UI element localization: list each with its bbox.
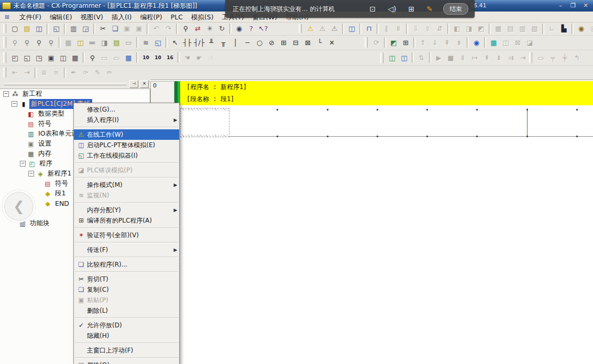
panel-drag-handle[interactable] xyxy=(4,83,126,85)
pen-icon[interactable]: ✎ xyxy=(426,5,433,13)
simulator-run-mode-button[interactable]: ◫ xyxy=(386,52,398,63)
ladder-window-button[interactable]: ◱ xyxy=(152,37,164,48)
open-file-button[interactable]: ▤ xyxy=(21,23,33,35)
expander-minus-icon[interactable]: − xyxy=(20,161,26,167)
menu-item-insert-program[interactable]: 插入程序(I)▶ xyxy=(74,115,179,125)
toolbar-grip-handle[interactable] xyxy=(380,52,383,63)
binary-monitor-button[interactable]: 10 xyxy=(152,52,164,63)
menubar-item-plc[interactable]: PLC xyxy=(167,13,187,21)
panel-close-button[interactable]: ✕ xyxy=(140,80,149,88)
zoom-out-button[interactable]: ⚲ xyxy=(21,37,33,48)
new-window-button[interactable]: ◫ xyxy=(57,52,69,63)
menu-item-allow-docking[interactable]: ✓允许停放(D) xyxy=(74,320,179,330)
expander-minus-icon[interactable]: − xyxy=(28,171,34,177)
find-address-button[interactable]: ✳ xyxy=(204,23,216,35)
expander-minus-icon[interactable]: − xyxy=(12,101,17,107)
vertical-line-button[interactable]: │ xyxy=(229,37,241,48)
comment-box-button[interactable]: ▭ xyxy=(123,37,135,48)
zoom-100-button[interactable]: ⚲ xyxy=(45,37,57,48)
address-list-button[interactable]: ≔ xyxy=(86,37,98,48)
back-overlay-button[interactable]: ❮ xyxy=(3,190,35,223)
menu-item-work-online-simulator[interactable]: ◱工作在线模拟器(I) xyxy=(74,150,179,161)
toolbar-grip-handle[interactable] xyxy=(529,52,532,63)
inverted-instruction-button[interactable]: ⊟ xyxy=(290,37,302,48)
end-control-button[interactable]: 结束 xyxy=(443,3,468,15)
minimize-button[interactable]: – xyxy=(556,2,565,9)
hex-monitor-button[interactable]: 16 xyxy=(164,52,176,63)
menubar-item-f[interactable]: 文件(F) xyxy=(15,13,46,21)
menu-item-compare-program[interactable]: ❏比较程序(R)... xyxy=(74,259,179,270)
new-coil-button[interactable]: ○ xyxy=(254,37,266,48)
expander-minus-icon[interactable]: − xyxy=(3,91,9,97)
menu-item-modify[interactable]: 修改(G)... xyxy=(74,104,179,115)
menu-item-start-plc-pt-simulation[interactable]: ◫启动PLC-PT整体模拟(E) xyxy=(74,140,179,150)
overview-window-button[interactable]: ▦ xyxy=(123,52,135,63)
about-button[interactable]: ◉ xyxy=(233,23,245,35)
retrace-button[interactable]: ↻ xyxy=(216,23,228,35)
online-with-simulator-button[interactable]: ⚠ xyxy=(328,23,341,35)
menubar-item-s[interactable]: 模拟(S) xyxy=(187,13,218,21)
work-online-button[interactable]: ⚠ xyxy=(304,23,316,35)
fullscreen-icon[interactable]: ⊡ xyxy=(370,5,376,13)
new-contact-button[interactable]: ┤├ xyxy=(181,37,193,48)
speaker-icon[interactable]: ◁) xyxy=(388,5,396,13)
menu-item-transfer[interactable]: 传送(F)▶ xyxy=(74,245,179,255)
toolbar-grip-handle[interactable] xyxy=(3,52,6,63)
closed-coil-button[interactable]: ⊘ xyxy=(266,37,278,48)
menu-item-delete[interactable]: 删除(L) xyxy=(74,305,179,316)
compile-button[interactable]: ◩ xyxy=(388,37,400,48)
toolbar-grip-handle[interactable] xyxy=(365,37,368,48)
menu-item-hide[interactable]: 隐藏(H) xyxy=(74,330,179,341)
menu-item-cut[interactable]: ✂剪切(T) xyxy=(74,274,179,284)
change-plc-button[interactable]: ◱ xyxy=(50,23,62,35)
auto-online-button[interactable]: ⚠ xyxy=(316,23,328,35)
restore-button[interactable]: ❐ xyxy=(568,2,578,9)
cut-button[interactable]: ✂ xyxy=(97,23,109,35)
menubar-item-p[interactable]: 编程(P) xyxy=(136,13,166,21)
add-window-icon[interactable]: ⊞ xyxy=(409,5,415,13)
watch-sheet-button[interactable]: ▦ xyxy=(488,37,500,48)
mode-indicator-button[interactable]: ◉ xyxy=(470,37,482,48)
arrange-icons-button[interactable]: ▣ xyxy=(45,52,57,63)
or-contact-button[interactable]: ╨ xyxy=(205,37,217,48)
copy-button[interactable]: ❏ xyxy=(109,23,121,35)
tile-vertical-button[interactable]: ◳ xyxy=(33,52,45,63)
find-replace-button[interactable]: ⇄ xyxy=(192,23,204,35)
cascade-windows-button[interactable]: ◰ xyxy=(9,52,21,63)
panel-pin-button[interactable]: ⊣ xyxy=(129,80,138,88)
find-in-window-button[interactable]: ⚲ xyxy=(86,52,98,63)
menu-item-memory-allocation[interactable]: 内存分配(Y)▶ xyxy=(74,205,179,215)
toolbar-grip-handle[interactable] xyxy=(3,37,6,48)
instruction-box-button[interactable]: ⊞ xyxy=(278,37,290,48)
mnemonic-view-button[interactable]: ≋ xyxy=(140,37,152,48)
find-button[interactable]: ⚲ xyxy=(180,23,192,35)
menubar-item-e[interactable]: 编辑(E) xyxy=(46,13,76,21)
function-block-tool-button[interactable]: ⊠ xyxy=(302,37,314,48)
menu-item-float-on-main-window[interactable]: 主窗口上浮动(F) xyxy=(74,345,179,356)
print-button[interactable]: ▥ xyxy=(68,23,80,35)
grid-toggle-button[interactable]: ▦ xyxy=(62,37,74,48)
toolbar-grip-handle[interactable] xyxy=(3,24,6,34)
ladder-cursor-cell[interactable] xyxy=(181,108,229,137)
print-preview-button[interactable]: ◲ xyxy=(80,23,92,35)
window-list-button[interactable]: ▦ xyxy=(69,52,81,63)
menubar-item-v[interactable]: 视图(V) xyxy=(76,13,107,21)
decimal-monitor-button[interactable]: 10 xyxy=(140,52,152,63)
new-file-button[interactable]: ▢ xyxy=(9,23,21,35)
context-help-button[interactable]: ↖? xyxy=(257,23,269,35)
toolbar-grip-handle[interactable] xyxy=(299,24,302,34)
tile-horizontal-button[interactable]: ◱ xyxy=(21,52,33,63)
tree-item-new-project[interactable]: −⁂新工程 xyxy=(0,89,150,99)
menu-item-operation-mode[interactable]: 操作模式(M)▶ xyxy=(74,180,179,190)
menu-item-copy[interactable]: ❏复制(C) xyxy=(74,284,179,295)
zoom-in-button[interactable]: ⚲ xyxy=(33,37,45,48)
menu-item-work-online[interactable]: ⚠在线工作(W) xyxy=(74,129,179,140)
compile-all-button[interactable]: ⊞ xyxy=(400,37,412,48)
help-button[interactable]: ? xyxy=(245,23,257,35)
delete-line-button[interactable]: ✕ xyxy=(326,37,338,48)
simulator-monitor-mode-button[interactable]: ◫ xyxy=(398,52,410,63)
save-button[interactable]: ◫ xyxy=(33,23,45,35)
closed-contact-button[interactable]: ┤/├ xyxy=(193,37,205,48)
pt-integrated-simulation-button[interactable]: ◫ xyxy=(346,23,358,35)
symbol-display-button[interactable]: ◫ xyxy=(74,37,86,48)
